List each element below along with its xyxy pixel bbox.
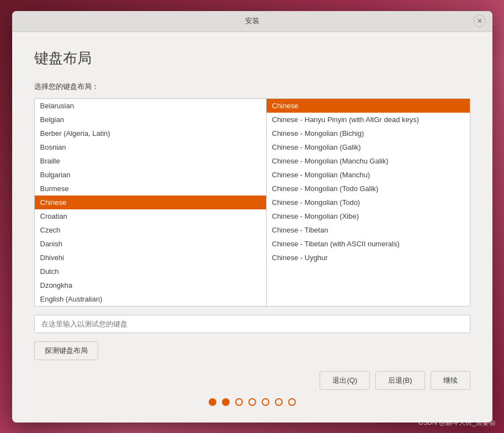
quit-button[interactable]: 退出(Q)	[320, 371, 370, 390]
titlebar: 安装 ✕	[12, 11, 492, 32]
list-item[interactable]: Chinese - Mongolian (Manchu Galik)	[267, 154, 470, 168]
list-item[interactable]: Chinese - Mongolian (Bichig)	[267, 126, 470, 140]
back-button[interactable]: 后退(B)	[375, 371, 425, 390]
list-item[interactable]: Chinese - Tibetan (with ASCII numerals)	[267, 237, 470, 251]
list-item[interactable]: English (Australian)	[35, 292, 266, 306]
list-item[interactable]: Chinese - Tibetan	[267, 223, 470, 237]
list-item[interactable]: Chinese - Mongolian (Todo Galik)	[267, 182, 470, 196]
progress-dot-2	[222, 398, 230, 406]
list-item[interactable]: Chinese - Hanyu Pinyin (with AltGr dead …	[267, 113, 470, 126]
list-item[interactable]: Bulgarian	[35, 168, 266, 182]
keyboard-test-input[interactable]	[34, 315, 470, 333]
list-item[interactable]: Braille	[35, 154, 266, 168]
list-item[interactable]: Chinese - Mongolian (Todo)	[267, 196, 470, 209]
layout-list[interactable]: ChineseChinese - Hanyu Pinyin (with AltG…	[266, 98, 470, 307]
list-item[interactable]: Dhivehi	[35, 251, 266, 265]
list-item[interactable]: Chinese	[35, 196, 266, 209]
progress-dot-1	[209, 398, 216, 406]
keyboard-lists: BelarusianBelgianBerber (Algeria, Latin)…	[34, 98, 470, 307]
main-content: 键盘布局 选择您的键盘布局： BelarusianBelgianBerber (…	[12, 32, 492, 423]
list-item[interactable]: Berber (Algeria, Latin)	[35, 126, 266, 140]
watermark: CSDN @翻斗大街_居委会	[418, 418, 496, 427]
continue-button[interactable]: 继续	[431, 371, 470, 390]
list-item[interactable]: Czech	[35, 223, 266, 237]
close-button[interactable]: ✕	[474, 15, 486, 27]
list-item[interactable]: Burmese	[35, 182, 266, 196]
action-buttons: 退出(Q) 后退(B) 继续	[34, 371, 470, 390]
progress-dots	[209, 398, 296, 411]
list-item[interactable]: Croatian	[35, 209, 266, 223]
list-item[interactable]: Dzongkha	[35, 278, 266, 292]
list-item[interactable]: Chinese - Mongolian (Galik)	[267, 140, 470, 154]
progress-dot-4	[248, 398, 256, 406]
progress-dot-7	[288, 398, 296, 406]
list-item[interactable]: Chinese - Mongolian (Xibe)	[267, 209, 470, 223]
list-item[interactable]: Chinese - Uyghur	[267, 251, 470, 265]
progress-dot-3	[235, 398, 243, 406]
language-list[interactable]: BelarusianBelgianBerber (Algeria, Latin)…	[34, 98, 266, 307]
list-item[interactable]: Dutch	[35, 265, 266, 278]
list-item[interactable]: Belarusian	[35, 99, 266, 113]
footer: 退出(Q) 后退(B) 继续	[34, 371, 470, 411]
list-item[interactable]: Belgian	[35, 113, 266, 126]
page-title: 键盘布局	[34, 49, 470, 68]
detect-layout-button[interactable]: 探测键盘布局	[34, 341, 98, 360]
list-item[interactable]: Chinese	[267, 99, 470, 113]
subtitle: 选择您的键盘布局：	[34, 82, 470, 92]
list-item[interactable]: Danish	[35, 237, 266, 251]
list-item[interactable]: Chinese - Mongolian (Manchu)	[267, 168, 470, 182]
list-item[interactable]: Bosnian	[35, 140, 266, 154]
test-input-container	[34, 315, 470, 333]
progress-dot-6	[275, 398, 283, 406]
progress-dot-5	[262, 398, 269, 406]
window-title: 安装	[245, 16, 259, 26]
detect-button-container: 探测键盘布局	[34, 341, 470, 371]
installer-window: 安装 ✕ 键盘布局 选择您的键盘布局： BelarusianBelgianBer…	[12, 11, 492, 423]
